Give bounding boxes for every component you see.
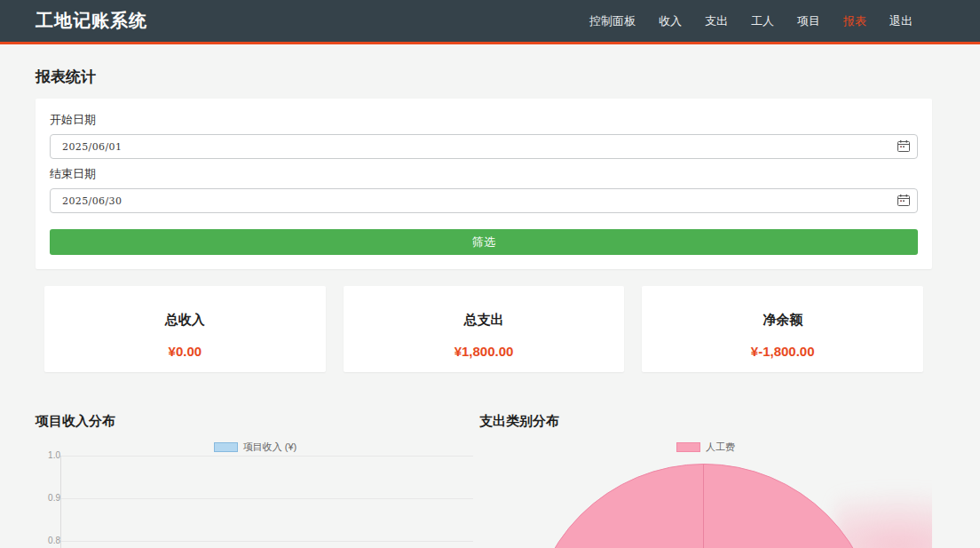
end-date-input[interactable] bbox=[50, 188, 918, 213]
nav-item-reports[interactable]: 报表 bbox=[843, 13, 866, 29]
stat-value: ¥0.00 bbox=[44, 344, 326, 359]
main-content: 报表统计 开始日期 结束日期 bbox=[0, 67, 968, 548]
end-date-label: 结束日期 bbox=[50, 166, 918, 182]
filter-card: 开始日期 结束日期 筛选 bbox=[36, 99, 932, 269]
pie-slice-divider bbox=[703, 465, 704, 548]
start-date-wrap bbox=[50, 134, 918, 159]
y-axis-line bbox=[60, 456, 61, 548]
stat-value: ¥-1,800.00 bbox=[642, 344, 923, 359]
pie-slice[interactable] bbox=[529, 464, 879, 548]
stat-card-income: 总收入 ¥0.00 bbox=[44, 286, 326, 372]
stats-row: 总收入 ¥0.00 总支出 ¥1,800.00 净余额 ¥-1,800.00 bbox=[36, 286, 932, 372]
legend-label: 项目收入 (¥) bbox=[243, 441, 297, 454]
start-date-input[interactable] bbox=[50, 134, 918, 159]
gridline bbox=[60, 498, 473, 499]
stat-value: ¥1,800.00 bbox=[344, 344, 625, 359]
nav-item-workers[interactable]: 工人 bbox=[751, 13, 774, 29]
gridline bbox=[60, 456, 473, 457]
page-title: 报表统计 bbox=[36, 67, 932, 87]
start-date-label: 开始日期 bbox=[50, 112, 918, 128]
calendar-icon[interactable] bbox=[897, 195, 910, 206]
filter-button[interactable]: 筛选 bbox=[50, 229, 918, 255]
calendar-icon[interactable] bbox=[897, 140, 910, 152]
y-tick: 1.0 bbox=[39, 450, 60, 460]
nav-item-expense[interactable]: 支出 bbox=[705, 13, 728, 29]
expense-pie-chart: 支出类别分布 人工费 bbox=[479, 408, 932, 548]
y-tick: 0.8 bbox=[39, 536, 60, 545]
end-date-wrap bbox=[50, 188, 918, 213]
nav-item-logout[interactable]: 退出 bbox=[889, 13, 913, 29]
income-bar-chart: 项目收入分布 项目收入 (¥) 1.0 0.9 0.8 bbox=[36, 408, 475, 548]
pie-blur-artifact bbox=[834, 488, 932, 548]
stat-card-balance: 净余额 ¥-1,800.00 bbox=[642, 286, 923, 372]
legend-swatch-icon bbox=[214, 442, 238, 452]
navbar: 工地记账系统 控制面板 收入 支出 工人 项目 报表 退出 bbox=[0, 0, 980, 44]
pie-area bbox=[479, 408, 932, 548]
bar-chart-legend[interactable]: 项目收入 (¥) bbox=[36, 441, 475, 454]
main-nav: 控制面板 收入 支出 工人 项目 报表 退出 bbox=[589, 13, 913, 29]
nav-item-projects[interactable]: 项目 bbox=[797, 13, 820, 29]
stat-label: 总收入 bbox=[44, 312, 326, 329]
stat-label: 总支出 bbox=[344, 312, 625, 329]
y-tick: 0.9 bbox=[39, 493, 60, 503]
app-title: 工地记账系统 bbox=[36, 9, 147, 33]
nav-item-dashboard[interactable]: 控制面板 bbox=[589, 13, 636, 29]
stat-card-expense: 总支出 ¥1,800.00 bbox=[344, 286, 625, 372]
stat-label: 净余额 bbox=[642, 312, 923, 329]
gridline bbox=[60, 541, 473, 542]
nav-item-income[interactable]: 收入 bbox=[659, 13, 682, 29]
chart-title: 项目收入分布 bbox=[36, 408, 475, 430]
charts-row: 项目收入分布 项目收入 (¥) 1.0 0.9 0.8 支出类别分布 人工费 bbox=[36, 408, 932, 548]
